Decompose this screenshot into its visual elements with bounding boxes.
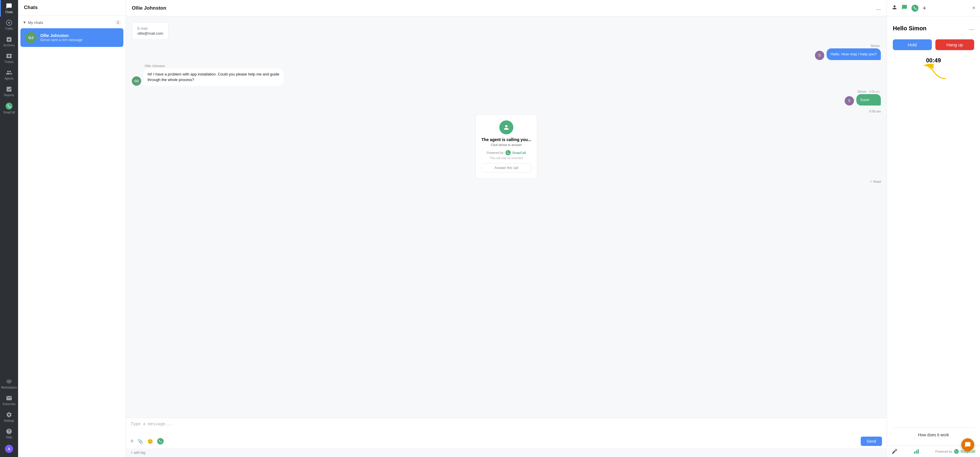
add-icon[interactable]: + xyxy=(923,4,926,12)
minimize-button[interactable]: — xyxy=(969,26,974,32)
sidebar-label-marketplace: Marketplace xyxy=(1,386,17,389)
help-icon xyxy=(6,428,12,435)
snapcall-inner-icon xyxy=(7,104,11,108)
arrow-indicator xyxy=(919,64,948,81)
archives-icon xyxy=(6,36,12,43)
sidebar-user-avatar[interactable]: A xyxy=(0,442,18,457)
snapcall-footer-icon xyxy=(955,450,958,453)
sidebar-item-settings[interactable]: Settings xyxy=(0,409,18,425)
snapcall-input-icon[interactable] xyxy=(157,438,164,444)
sidebar-label-snapcall: SnapCall xyxy=(3,111,15,114)
signal-bars xyxy=(914,449,919,454)
my-chats-section: ▼ My chats 1 OJ Ollie Johnston Simon sen… xyxy=(18,16,126,51)
chat-bubble-icon[interactable] xyxy=(902,4,907,12)
chats-title: Chats xyxy=(24,5,38,10)
float-chat-icon xyxy=(964,441,971,448)
user-avatar: A xyxy=(5,445,13,453)
chat-list-item[interactable]: OJ Ollie Johnston Simon sent a rich mess… xyxy=(21,28,123,47)
signal-bar-1 xyxy=(914,451,915,454)
how-works-label: How does it work xyxy=(918,433,949,437)
msg-sender-simon1: Simon xyxy=(827,44,881,48)
hold-button[interactable]: Hold xyxy=(893,39,932,50)
person-icon-svg xyxy=(892,4,897,10)
hashtag-icon[interactable]: # xyxy=(130,439,133,444)
timer-section: 00:49 xyxy=(893,52,974,81)
sidebar-item-snapcall[interactable]: SnapCall xyxy=(0,100,18,117)
msg-bubble-sure: Sure! xyxy=(856,94,881,106)
hangup-button[interactable]: Hang up xyxy=(935,39,974,50)
msg-content-sure: Simon 9:58 am Sure! xyxy=(856,90,881,106)
msg-sender-ollie: Ollie Johnston xyxy=(143,64,283,68)
person-icon[interactable] xyxy=(892,4,897,12)
snapcall-logo-small xyxy=(506,150,511,156)
email-label: E-mail: xyxy=(137,27,163,30)
snapcall-rp-icon[interactable] xyxy=(912,5,918,12)
settings-icon xyxy=(6,411,12,418)
msg-content-problem: Ollie Johnston Hi! I have a problem with… xyxy=(143,64,283,86)
reports-icon xyxy=(6,86,12,92)
signal-bar-2 xyxy=(916,450,917,454)
microphone-icon[interactable]: 🎤 xyxy=(892,449,897,454)
tickets-icon xyxy=(6,53,12,59)
answer-call-button[interactable]: Answer the call xyxy=(482,163,531,173)
agents-icon xyxy=(6,69,12,76)
svg-point-0 xyxy=(8,22,10,24)
chat-item-info: Ollie Johnston Simon sent a rich message xyxy=(40,33,119,42)
chats-panel: Chats ▼ My chats 1 OJ Ollie Johnston Sim… xyxy=(18,0,126,457)
call-card-wrap: 9:59 am The agent is calling you... Clic… xyxy=(132,109,881,184)
call-controls: Hold Hang up xyxy=(893,39,974,50)
float-chat-button[interactable] xyxy=(961,438,974,451)
chat-item-avatar: OJ xyxy=(25,32,37,43)
sidebar-item-traffic[interactable]: Traffic xyxy=(0,17,18,33)
sidebar-item-subscribe[interactable]: Subscribe xyxy=(0,392,18,409)
sidebar-item-tickets[interactable]: Tickets xyxy=(0,50,18,67)
marketplace-icon xyxy=(6,378,12,385)
sidebar-label-agents: Agents xyxy=(5,77,13,80)
chat-main: Ollie Johnston ... E-mail: ollie@mail.co… xyxy=(126,0,887,457)
call-time: 9:59 am xyxy=(869,109,881,113)
call-subtitle: Click below to answer xyxy=(482,143,531,147)
chat-input-area: # 📎 🙂 Send xyxy=(126,418,887,448)
emoji-icon[interactable]: 🙂 xyxy=(147,439,153,444)
may-recorded-text: This call may be recorded xyxy=(482,157,531,160)
add-tag-button[interactable]: + add tag xyxy=(126,448,887,457)
snapcall-input-inner-icon xyxy=(159,440,162,443)
right-panel: + × Hello Simon — Hold Hang up 00:49 xyxy=(887,0,980,457)
msg-sender-simon2: Simon 9:58 am xyxy=(856,90,881,93)
sidebar-label-traffic: Traffic xyxy=(5,27,13,30)
email-value: ollie@mail.com xyxy=(137,31,163,36)
my-chats-toggle[interactable]: ▼ My chats 1 xyxy=(18,18,126,27)
snapcall-text: SnapCall xyxy=(512,151,526,154)
powered-row: Powered by SnapCall xyxy=(482,150,531,156)
attachment-icon[interactable]: 📎 xyxy=(137,439,143,444)
sidebar-item-reports[interactable]: Reports xyxy=(0,83,18,100)
sidebar-item-marketplace[interactable]: Marketplace xyxy=(0,375,18,392)
close-panel-button[interactable]: × xyxy=(972,5,975,11)
right-panel-icons: + xyxy=(892,4,926,12)
sidebar-item-chats[interactable]: Chats xyxy=(0,0,18,17)
more-options-button[interactable]: ... xyxy=(876,5,881,11)
subscribe-icon xyxy=(6,395,12,401)
sidebar-label-chats: Chats xyxy=(5,11,13,14)
message-input[interactable] xyxy=(130,421,882,433)
message-row-outgoing-sure: Simon 9:58 am Sure! S xyxy=(132,90,881,106)
sidebar-item-help[interactable]: Help xyxy=(0,425,18,442)
msg-content-hello: Simon Hello. How may I help you? xyxy=(827,44,881,60)
traffic-icon xyxy=(6,19,12,26)
snapcall-rp-icon-svg xyxy=(913,6,917,10)
msg-avatar-ollie: OJ xyxy=(132,76,141,86)
sidebar-label-reports: Reports xyxy=(4,94,14,97)
send-button[interactable]: Send xyxy=(861,436,882,446)
sidebar-label-settings: Settings xyxy=(4,419,14,422)
sidebar-item-agents[interactable]: Agents xyxy=(0,67,18,83)
message-row-outgoing-hello: Simon Hello. How may I help you? S xyxy=(132,44,881,60)
greeting-title: Hello Simon xyxy=(893,25,969,32)
sidebar-item-archives[interactable]: Archives xyxy=(0,33,18,50)
msg-bubble-hello: Hello. How may I help you? xyxy=(827,48,881,60)
chat-icon xyxy=(6,3,12,10)
person-call-icon xyxy=(503,124,510,131)
msg-bubble-problem: Hi! I have a problem with app installati… xyxy=(143,68,283,86)
chevron-down-icon: ▼ xyxy=(23,21,26,24)
chat-item-name: Ollie Johnston xyxy=(40,33,119,38)
read-status: ✓ Read xyxy=(870,180,881,184)
